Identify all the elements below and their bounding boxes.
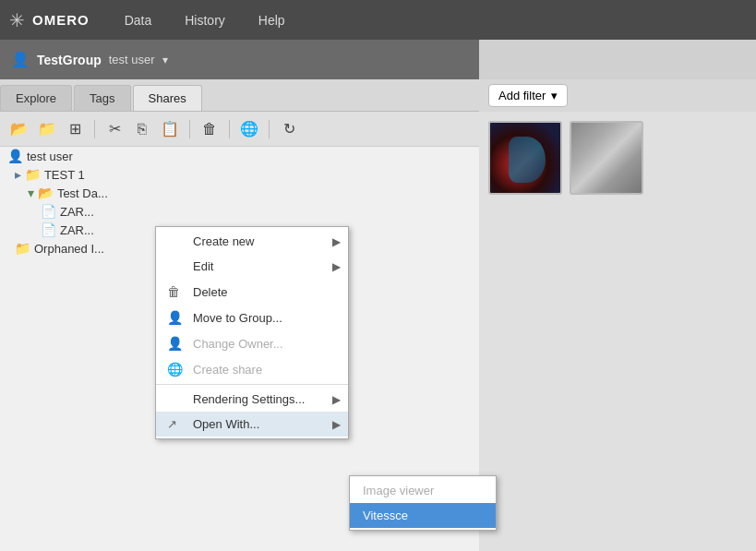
tree-user-label: test user bbox=[27, 150, 73, 163]
cm-create-new[interactable]: Create new ▶ bbox=[156, 229, 348, 254]
toolbar-delete[interactable]: 🗑 bbox=[198, 117, 222, 141]
tree-item-zar1[interactable]: 📄 ZAR... bbox=[0, 202, 479, 221]
toolbar-open-folder[interactable]: 📂 bbox=[7, 117, 31, 141]
right-top-area bbox=[479, 40, 756, 79]
tree-label-zar2: ZAR... bbox=[60, 223, 94, 237]
tree-label-orphaned: Orphaned I... bbox=[34, 242, 104, 256]
cm-delete-label: Delete bbox=[193, 285, 228, 299]
userbar: 👤 TestGroup test user ▾ bbox=[0, 40, 479, 79]
logo-area: ✳ OMERO bbox=[9, 9, 90, 31]
cm-delete-icon: 🗑 bbox=[167, 284, 186, 299]
cm-openwith-arrow: ▶ bbox=[332, 418, 341, 431]
tree-file-icon-2: 📄 bbox=[41, 222, 56, 237]
topbar: ✳ OMERO Data History Help bbox=[0, 0, 756, 40]
toolbar-copy[interactable]: ⎘ bbox=[130, 117, 154, 141]
cm-delete[interactable]: 🗑 Delete bbox=[156, 279, 348, 305]
cm-open-with[interactable]: ↗ Open With... ▶ bbox=[156, 412, 348, 437]
cm-create-share: 🌐 Create share bbox=[156, 356, 348, 382]
toolbar: 📂 📁 ⊞ ✂ ⎘ 📋 🗑 🌐 ↻ bbox=[0, 112, 479, 147]
cm-rendering-arrow: ▶ bbox=[332, 393, 341, 406]
tree-folder-icon-3: 📁 bbox=[15, 241, 30, 256]
tree-file-icon-1: 📄 bbox=[41, 204, 56, 219]
thumbnail-1[interactable] bbox=[488, 121, 562, 195]
omero-logo-icon: ✳ bbox=[9, 9, 25, 31]
cm-separator bbox=[156, 384, 348, 385]
right-panel bbox=[479, 112, 756, 551]
add-filter-button[interactable]: Add filter ▾ bbox=[488, 84, 568, 107]
cm-create-new-arrow: ▶ bbox=[332, 235, 341, 248]
filter-dropdown-arrow: ▾ bbox=[551, 89, 558, 102]
toolbar-sep-4 bbox=[269, 120, 270, 138]
toolbar-paste[interactable]: 📋 bbox=[158, 117, 182, 141]
toolbar-sep-3 bbox=[229, 120, 230, 138]
add-filter-label: Add filter bbox=[498, 89, 546, 102]
toolbar-grid-view[interactable]: ⊞ bbox=[63, 117, 87, 141]
group-name: TestGroup bbox=[37, 53, 102, 67]
tree-folder-icon-1: ▸ 📁 bbox=[15, 167, 41, 182]
toolbar-cut[interactable]: ✂ bbox=[102, 117, 126, 141]
tabs-bar: Explore Tags Shares bbox=[0, 79, 479, 112]
tree-item-test1[interactable]: ▸ 📁 TEST 1 bbox=[0, 165, 479, 184]
tab-shares[interactable]: Shares bbox=[133, 85, 202, 111]
toolbar-sep-1 bbox=[94, 120, 95, 138]
tree-user[interactable]: 👤 test user bbox=[0, 147, 479, 165]
submenu-openwith: Image viewer Vitessce bbox=[349, 475, 497, 531]
toolbar-share[interactable]: 🌐 bbox=[237, 117, 261, 141]
cm-rendering-label: Rendering Settings... bbox=[193, 392, 305, 406]
cm-share-label: Create share bbox=[193, 363, 262, 377]
cm-openwith-icon: ↗ bbox=[167, 417, 186, 431]
cm-edit[interactable]: Edit ▶ bbox=[156, 254, 348, 279]
tab-tags[interactable]: Tags bbox=[74, 85, 130, 111]
user-name: test user bbox=[109, 53, 155, 66]
cm-owner-icon: 👤 bbox=[167, 336, 186, 351]
tree-label-zar1: ZAR... bbox=[60, 205, 94, 219]
cm-edit-arrow: ▶ bbox=[332, 260, 341, 273]
cm-edit-label: Edit bbox=[193, 259, 213, 273]
user-icon: 👤 bbox=[11, 51, 30, 68]
nav-history[interactable]: History bbox=[177, 9, 233, 31]
cm-move-label: Move to Group... bbox=[193, 311, 282, 325]
cm-create-new-label: Create new bbox=[193, 234, 254, 248]
sm-vitessce[interactable]: Vitessce bbox=[350, 503, 496, 528]
nav-help[interactable]: Help bbox=[251, 9, 293, 31]
cm-openwith-label: Open With... bbox=[193, 417, 259, 431]
tree-item-testda[interactable]: ▾ 📂 Test Da... bbox=[0, 184, 479, 202]
tree-folder-icon-2: ▾ 📂 bbox=[28, 186, 54, 200]
cm-share-icon: 🌐 bbox=[167, 362, 186, 377]
cm-move-icon: 👤 bbox=[167, 310, 186, 325]
cm-move-to-group[interactable]: 👤 Move to Group... bbox=[156, 305, 348, 330]
user-tree-icon: 👤 bbox=[7, 149, 23, 163]
toolbar-new-folder[interactable]: 📁 bbox=[35, 117, 59, 141]
thumbnail-2[interactable] bbox=[570, 121, 643, 195]
tree-label-test1: TEST 1 bbox=[44, 168, 85, 182]
user-dropdown-arrow[interactable]: ▾ bbox=[162, 54, 168, 66]
context-menu: Create new ▶ Edit ▶ 🗑 Delete 👤 Move to G… bbox=[155, 226, 349, 439]
filter-bar: Add filter ▾ bbox=[479, 79, 756, 112]
nav-data[interactable]: Data bbox=[117, 9, 160, 31]
logo-text: OMERO bbox=[32, 12, 90, 28]
cm-change-owner: 👤 Change Owner... bbox=[156, 330, 348, 356]
cm-owner-label: Change Owner... bbox=[193, 337, 283, 351]
toolbar-sep-2 bbox=[189, 120, 190, 138]
tab-explore[interactable]: Explore bbox=[0, 85, 72, 111]
toolbar-refresh[interactable]: ↻ bbox=[277, 117, 301, 141]
sm-image-viewer: Image viewer bbox=[350, 478, 496, 503]
tree-label-testda: Test Da... bbox=[57, 186, 108, 200]
cm-rendering-settings[interactable]: Rendering Settings... ▶ bbox=[156, 387, 348, 412]
